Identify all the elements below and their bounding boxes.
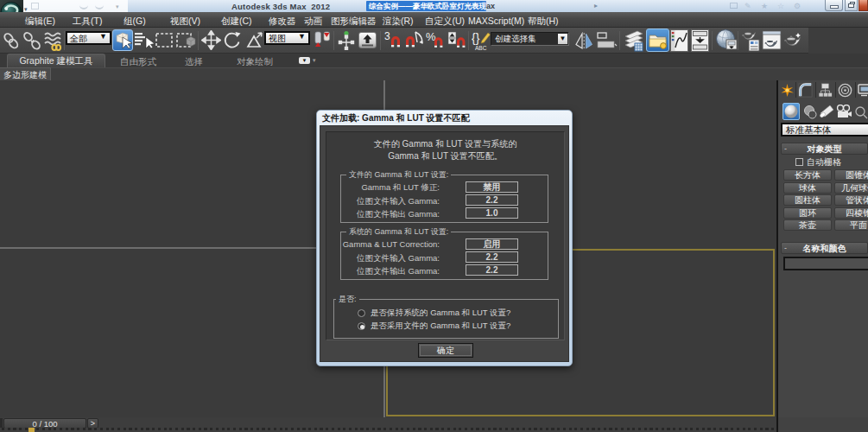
svg-text:ABC: ABC (475, 45, 487, 51)
svg-text:{}: {} (472, 31, 480, 45)
svg-text:3: 3 (384, 30, 390, 42)
